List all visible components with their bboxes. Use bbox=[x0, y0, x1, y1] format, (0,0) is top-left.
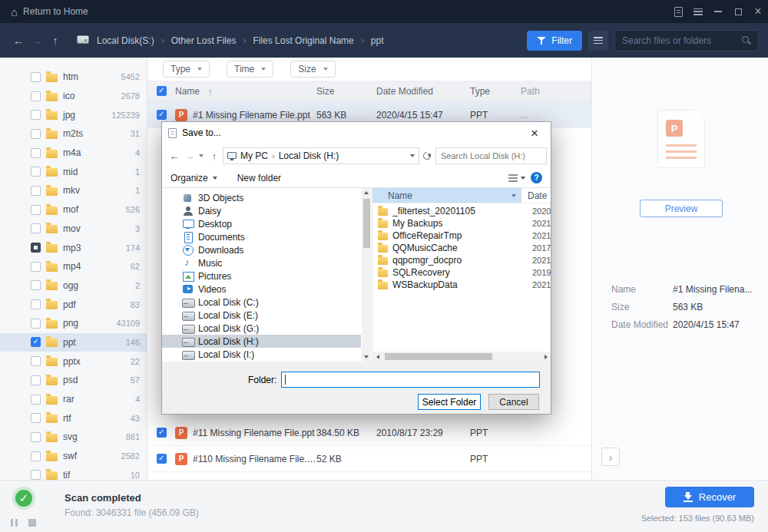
list-column-date[interactable]: Date bbox=[521, 190, 551, 201]
row-checkbox[interactable] bbox=[157, 454, 167, 464]
tree-item[interactable]: Local Disk (C:) bbox=[162, 296, 361, 309]
filetype-checkbox[interactable] bbox=[31, 432, 41, 442]
filetype-checkbox[interactable] bbox=[31, 395, 41, 405]
new-folder-button[interactable]: New folder bbox=[237, 173, 281, 183]
filetype-checkbox[interactable] bbox=[31, 129, 41, 139]
refresh-button[interactable] bbox=[421, 152, 433, 160]
help-button[interactable] bbox=[531, 172, 542, 183]
tree-item[interactable]: Local Disk (G:) bbox=[162, 322, 361, 335]
filetype-checkbox[interactable] bbox=[31, 110, 41, 120]
column-header-date[interactable]: Date Modified bbox=[376, 86, 470, 97]
recover-button[interactable]: Recover bbox=[665, 487, 754, 507]
sidebar-item[interactable]: tif 10 bbox=[0, 465, 147, 480]
folder-row[interactable]: QQMusicCache 2017 bbox=[372, 242, 551, 254]
sidebar-item[interactable]: htm 5452 bbox=[0, 68, 147, 87]
tree-scrollbar[interactable] bbox=[362, 188, 371, 362]
filter-button[interactable]: Filter bbox=[527, 31, 582, 51]
sidebar-item[interactable]: mov 3 bbox=[0, 220, 147, 239]
tree-item[interactable]: Downloads bbox=[162, 243, 361, 256]
breadcrumb-item[interactable]: Other Lost Files bbox=[171, 35, 253, 46]
filetype-checkbox[interactable] bbox=[31, 470, 41, 480]
file-row[interactable]: #11 Missing Filename File.ppt 384.50 KB … bbox=[147, 420, 591, 446]
folder-row[interactable]: _filtertest_20201105 2020 bbox=[372, 205, 551, 217]
organize-menu[interactable]: Organize bbox=[170, 173, 217, 183]
search-icon[interactable] bbox=[741, 35, 751, 45]
breadcrumb-item[interactable]: Files Lost Original Name bbox=[253, 35, 370, 46]
tree-item[interactable]: Daisy bbox=[162, 204, 361, 217]
sidebar-item[interactable]: ppt 146 bbox=[0, 333, 147, 352]
address-dropdown-icon[interactable] bbox=[410, 154, 415, 157]
scrollbar-thumb[interactable] bbox=[385, 353, 492, 360]
list-column-name[interactable]: Name bbox=[372, 188, 521, 203]
close-button[interactable] bbox=[748, 0, 768, 23]
manual-button[interactable] bbox=[668, 0, 688, 23]
filetype-checkbox[interactable] bbox=[31, 91, 41, 101]
sidebar-item[interactable]: jpg 125239 bbox=[0, 105, 147, 124]
column-header-size[interactable]: Size bbox=[316, 86, 376, 97]
sidebar-item[interactable]: psd 57 bbox=[0, 371, 147, 390]
filetype-checkbox[interactable] bbox=[31, 167, 41, 177]
sidebar-item[interactable]: m4a 4 bbox=[0, 144, 147, 163]
folder-row[interactable]: OfficeRepairTmp 2021 bbox=[372, 230, 551, 242]
address-current[interactable]: Local Disk (H:) bbox=[279, 150, 339, 161]
scroll-left-icon[interactable] bbox=[372, 352, 382, 362]
address-bar[interactable]: My PC Local Disk (H:) bbox=[223, 147, 419, 164]
forward-button[interactable] bbox=[28, 31, 46, 51]
filetype-checkbox[interactable] bbox=[31, 223, 41, 233]
row-checkbox[interactable] bbox=[157, 428, 167, 438]
sidebar-item[interactable]: mid 1 bbox=[0, 162, 147, 181]
dialog-search-input[interactable] bbox=[441, 151, 541, 160]
sidebar-item[interactable]: pdf 83 bbox=[0, 295, 147, 314]
filetype-checkbox[interactable] bbox=[31, 356, 41, 366]
sidebar-item[interactable]: mkv 1 bbox=[0, 181, 147, 200]
tree-item[interactable]: Desktop bbox=[162, 217, 361, 230]
tree-item[interactable]: 3D Objects bbox=[162, 191, 361, 204]
folder-row[interactable]: My Backups 2021 bbox=[372, 217, 551, 230]
folder-row[interactable]: WSBackupData 2021 bbox=[372, 279, 551, 291]
sidebar-item[interactable]: rtf 43 bbox=[0, 408, 147, 428]
tree-item[interactable]: Local Disk (E:) bbox=[162, 309, 361, 322]
tree-item[interactable]: Pictures bbox=[162, 269, 361, 283]
breadcrumb-item[interactable]: Local Disk(S:) bbox=[97, 35, 171, 46]
up-button[interactable] bbox=[46, 31, 65, 51]
folder-name-input[interactable] bbox=[281, 372, 540, 388]
sidebar-item[interactable]: mof 526 bbox=[0, 200, 147, 220]
minimize-button[interactable] bbox=[708, 0, 728, 23]
scroll-up-icon[interactable] bbox=[362, 188, 371, 197]
dialog-back-button[interactable] bbox=[166, 147, 183, 164]
sidebar-item[interactable]: swf 2582 bbox=[0, 447, 147, 466]
filetype-checkbox[interactable] bbox=[31, 337, 41, 347]
recent-locations-dropdown[interactable] bbox=[197, 154, 206, 157]
dialog-close-button[interactable] bbox=[518, 122, 551, 144]
select-all-checkbox[interactable] bbox=[157, 86, 167, 96]
tree-item[interactable]: Videos bbox=[162, 283, 361, 296]
address-root[interactable]: My PC bbox=[240, 150, 268, 161]
sidebar-item[interactable]: mp4 62 bbox=[0, 257, 147, 276]
filetype-checkbox[interactable] bbox=[31, 451, 41, 461]
sidebar-item[interactable]: pptx 22 bbox=[0, 352, 147, 371]
sidebar-item[interactable]: rar 4 bbox=[0, 390, 147, 409]
breadcrumb-item[interactable]: ppt bbox=[371, 35, 398, 46]
view-selector[interactable] bbox=[508, 174, 525, 182]
dialog-forward-button[interactable] bbox=[183, 147, 197, 164]
time-filter-dropdown[interactable]: Time bbox=[227, 61, 273, 78]
tree-item[interactable]: Music bbox=[162, 256, 361, 269]
return-home-button[interactable]: Return to Home bbox=[0, 0, 99, 23]
view-options-button[interactable] bbox=[588, 31, 608, 51]
maximize-button[interactable] bbox=[728, 0, 748, 23]
sidebar-item[interactable]: mp3 174 bbox=[0, 238, 147, 257]
filetype-checkbox[interactable] bbox=[31, 280, 41, 290]
filetype-checkbox[interactable] bbox=[31, 186, 41, 196]
scroll-right-icon[interactable] bbox=[541, 352, 551, 362]
tree-item[interactable]: Local Disk (H:) bbox=[162, 335, 361, 348]
file-row[interactable]: #110 Missing Filename File.ppt 52 KB PPT bbox=[147, 446, 591, 472]
preview-button[interactable]: Preview bbox=[640, 200, 723, 217]
stop-scan-icon[interactable] bbox=[28, 519, 36, 527]
select-folder-button[interactable]: Select Folder bbox=[418, 394, 481, 410]
horizontal-scrollbar[interactable] bbox=[372, 352, 551, 362]
back-button[interactable] bbox=[9, 31, 28, 51]
filetype-checkbox[interactable] bbox=[31, 72, 41, 82]
tree-item[interactable]: Local Disk (I:) bbox=[162, 348, 361, 361]
menu-button[interactable] bbox=[688, 0, 708, 23]
folder-row[interactable]: SQLRecovery 2019 bbox=[372, 266, 551, 279]
